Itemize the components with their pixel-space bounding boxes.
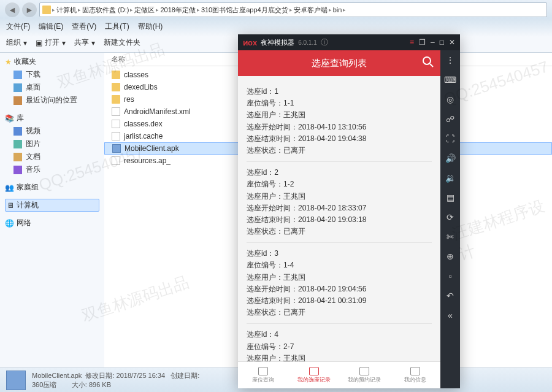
tab-icon bbox=[309, 367, 319, 375]
sidebar-homegroup[interactable]: 👥 家庭组 bbox=[5, 182, 99, 193]
menu-view[interactable]: 查看(V) bbox=[72, 21, 96, 32]
menu-help[interactable]: 帮助(H) bbox=[138, 21, 163, 32]
record-end: 选座结束时间：2018-04-20 19:04:38 bbox=[247, 133, 432, 145]
seat-record[interactable]: 选座id：4座位编号：2-7选座用户：王兆国选座开始时间：2018-04-21 … bbox=[247, 324, 432, 361]
crumb[interactable]: 310图书馆占座app4月底交货 bbox=[201, 6, 288, 15]
record-seat: 座位编号：2-7 bbox=[247, 341, 432, 353]
search-icon[interactable] bbox=[422, 56, 434, 71]
folder-icon bbox=[112, 83, 120, 91]
record-user: 选座用户：王兆国 bbox=[247, 191, 432, 202]
crumb[interactable]: 2018年定做 bbox=[160, 6, 195, 15]
record-start: 选座开始时间：2018-04-20 18:33:07 bbox=[247, 202, 432, 214]
tab-label: 座位查询 bbox=[252, 376, 274, 384]
sidebar-item-documents[interactable]: 文档 bbox=[5, 150, 99, 163]
app-body[interactable]: 选座id：1座位编号：1-1选座用户：王兆国选座开始时间：2018-04-10 … bbox=[238, 76, 440, 361]
app-title: 选座查询列表 bbox=[312, 58, 367, 69]
nox-volume-down-icon[interactable]: 🔉 bbox=[445, 173, 456, 183]
seat-record[interactable]: 选座id：3座位编号：1-4选座用户：王兆国选座开始时间：2018-04-20 … bbox=[247, 243, 432, 324]
tool-newfolder[interactable]: 新建文件夹 bbox=[104, 37, 140, 48]
nox-max-icon[interactable]: □ bbox=[440, 38, 444, 47]
file-icon bbox=[112, 120, 120, 128]
svg-point-0 bbox=[423, 57, 431, 64]
nav-fwd-button[interactable]: ► bbox=[22, 2, 37, 17]
tool-organize[interactable]: 组织 ▾ bbox=[6, 37, 27, 48]
nox-version: 6.0.1.1 bbox=[298, 39, 317, 46]
tool-open[interactable]: ▣ 打开 ▾ bbox=[36, 37, 66, 48]
nox-settings-icon[interactable]: ≡ bbox=[410, 38, 414, 47]
sidebar-libraries-head[interactable]: 📚 库 bbox=[5, 113, 99, 123]
file-name: MobileClient.apk bbox=[125, 144, 179, 153]
tab-座位查询[interactable]: 座位查询 bbox=[238, 362, 289, 388]
breadcrumb-box[interactable]: ▸ 计算机▸ 固态软件盘 (D:)▸ 定做区▸ 2018年定做▸ 310图书馆占… bbox=[39, 2, 547, 17]
nox-back-icon[interactable]: ↶ bbox=[447, 291, 454, 301]
nox-screenshot-icon[interactable]: ✄ bbox=[447, 232, 454, 242]
nox-folder-icon[interactable]: ▫ bbox=[449, 271, 452, 281]
tab-我的信息[interactable]: 我的信息 bbox=[390, 362, 441, 388]
seat-record[interactable]: 选座id：2座位编号：1-2选座用户：王兆国选座开始时间：2018-04-20 … bbox=[247, 162, 432, 243]
crumb[interactable]: 固态软件盘 (D:) bbox=[82, 6, 129, 15]
crumb[interactable]: bin bbox=[333, 6, 342, 13]
sidebar-item-music[interactable]: 音乐 bbox=[5, 163, 99, 176]
sidebar-item-desktop[interactable]: 桌面 bbox=[5, 81, 99, 94]
nox-min-icon[interactable]: – bbox=[431, 38, 435, 47]
record-start: 选座开始时间：2018-04-20 19:04:56 bbox=[247, 283, 432, 295]
record-user: 选座用户：王兆国 bbox=[247, 272, 432, 283]
nox-close-icon[interactable]: ✕ bbox=[449, 38, 455, 47]
menu-file[interactable]: 文件(F) bbox=[6, 21, 30, 32]
nox-logo: ᴎox bbox=[243, 38, 257, 47]
file-icon bbox=[112, 107, 120, 116]
app-bottom-tabs: 座位查询我的选座记录我的预约记录我的信息 bbox=[238, 361, 440, 388]
nox-location-icon[interactable]: ◎ bbox=[447, 94, 454, 104]
crumb[interactable]: 计算机 bbox=[56, 6, 77, 15]
sidebar-computer[interactable]: 🖥 计算机 bbox=[5, 199, 99, 212]
tab-我的选座记录[interactable]: 我的选座记录 bbox=[289, 362, 340, 388]
nox-multi-icon[interactable]: ❐ bbox=[419, 38, 426, 47]
record-start: 选座开始时间：2018-04-10 13:10:56 bbox=[247, 121, 432, 133]
record-user: 选座用户：王兆国 bbox=[247, 353, 432, 361]
nox-titlebar[interactable]: ᴎox 夜神模拟器 6.0.1.1 ⓘ ≡ ❐ – □ ✕ bbox=[238, 34, 460, 50]
record-seat: 座位编号：1-4 bbox=[247, 259, 432, 271]
tab-我的预约记录[interactable]: 我的预约记录 bbox=[339, 362, 390, 388]
file-name: resources.ap_ bbox=[124, 156, 171, 165]
file-name: classes bbox=[124, 71, 148, 79]
menu-edit[interactable]: 编辑(E) bbox=[39, 21, 63, 32]
sidebar-network[interactable]: 🌐 网络 bbox=[5, 218, 99, 228]
nav-back-button[interactable]: ◄ bbox=[5, 2, 20, 17]
file-name: classes.dex bbox=[124, 120, 163, 128]
sidebar-item-downloads[interactable]: 下载 bbox=[5, 68, 99, 81]
nox-title: 夜神模拟器 bbox=[261, 38, 294, 47]
nox-keyboard-icon[interactable]: ⌨ bbox=[444, 75, 456, 85]
nox-more-icon[interactable]: ⋮ bbox=[446, 55, 454, 65]
crumb[interactable]: 安卓客户端 bbox=[294, 6, 328, 15]
sidebar-item-pictures[interactable]: 图片 bbox=[5, 137, 99, 150]
sidebar-favorites-head[interactable]: ★收藏夹 bbox=[5, 56, 99, 67]
tab-label: 我的选座记录 bbox=[297, 376, 331, 384]
sidebar-item-video[interactable]: 视频 bbox=[5, 125, 99, 137]
address-bar: ◄ ► ▸ 计算机▸ 固态软件盘 (D:)▸ 定做区▸ 2018年定做▸ 310… bbox=[0, 0, 552, 20]
nox-fullscreen-icon[interactable]: ⛶ bbox=[446, 134, 454, 144]
sidebar-item-recent[interactable]: 最近访问的位置 bbox=[5, 94, 99, 107]
tool-share[interactable]: 共享 ▾ bbox=[74, 37, 95, 48]
status-filetype: 360压缩 bbox=[32, 381, 56, 388]
tab-icon bbox=[410, 367, 420, 375]
record-state: 选座状态：已离开 bbox=[247, 307, 432, 318]
crumb[interactable]: 定做区 bbox=[134, 6, 155, 15]
tab-label: 我的预约记录 bbox=[348, 376, 381, 384]
nox-volume-up-icon[interactable]: 🔊 bbox=[445, 153, 456, 163]
nox-expand-icon[interactable]: « bbox=[448, 310, 453, 320]
record-id: 选座id：3 bbox=[247, 248, 432, 259]
status-file-icon bbox=[6, 371, 26, 390]
menu-tools[interactable]: 工具(T) bbox=[105, 21, 129, 32]
tab-icon bbox=[359, 367, 369, 375]
record-id: 选座id：4 bbox=[247, 329, 432, 340]
record-seat: 座位编号：1-1 bbox=[247, 98, 432, 109]
tab-label: 我的信息 bbox=[404, 376, 426, 384]
seat-record[interactable]: 选座id：1座位编号：1-1选座用户：王兆国选座开始时间：2018-04-10 … bbox=[247, 81, 432, 162]
record-state: 选座状态：已离开 bbox=[247, 145, 432, 156]
nox-shake-icon[interactable]: ▤ bbox=[447, 193, 454, 202]
nox-gamepad-icon[interactable]: ☍ bbox=[446, 114, 454, 124]
nox-apk-icon[interactable]: ⊕ bbox=[447, 252, 454, 261]
nox-rotate-icon[interactable]: ⟳ bbox=[447, 212, 454, 222]
nox-emulator-window[interactable]: ᴎox 夜神模拟器 6.0.1.1 ⓘ ≡ ❐ – □ ✕ 选座查询列表 选座i… bbox=[238, 34, 460, 388]
file-name: res bbox=[124, 95, 134, 104]
